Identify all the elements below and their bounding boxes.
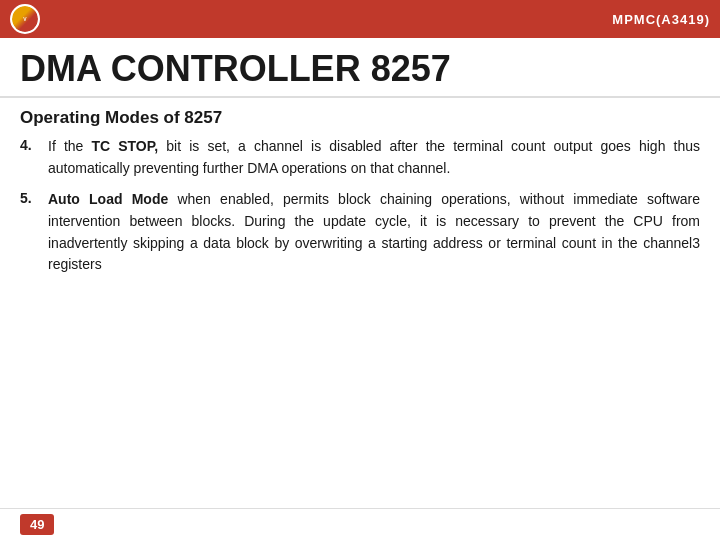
main-title: DMA CONTROLLER 8257 [0, 38, 720, 98]
header-code: MPMC(A3419) [612, 12, 710, 27]
list-item-5: 5. Auto Load Mode when enabled, permits … [20, 189, 700, 276]
list-number-4: 4. [20, 136, 48, 153]
logo-icon: V [10, 4, 40, 34]
list-item-4: 4. If the TC STOP, bit is set, a channel… [20, 136, 700, 179]
list-number-5: 5. [20, 189, 48, 206]
auto-load-label: Auto Load Mode [48, 191, 168, 207]
section-heading: Operating Modes of 8257 [20, 108, 700, 128]
logo-area: V [10, 4, 40, 34]
list-text-5: Auto Load Mode when enabled, permits blo… [48, 189, 700, 276]
footer: 49 [0, 508, 720, 540]
content-area: Operating Modes of 8257 4. If the TC STO… [0, 98, 720, 296]
list-text-4: If the TC STOP, bit is set, a channel is… [48, 136, 700, 179]
header-bar: V MPMC(A3419) [0, 0, 720, 38]
tc-stop-label: TC STOP, [91, 138, 158, 154]
page-number: 49 [20, 514, 54, 535]
